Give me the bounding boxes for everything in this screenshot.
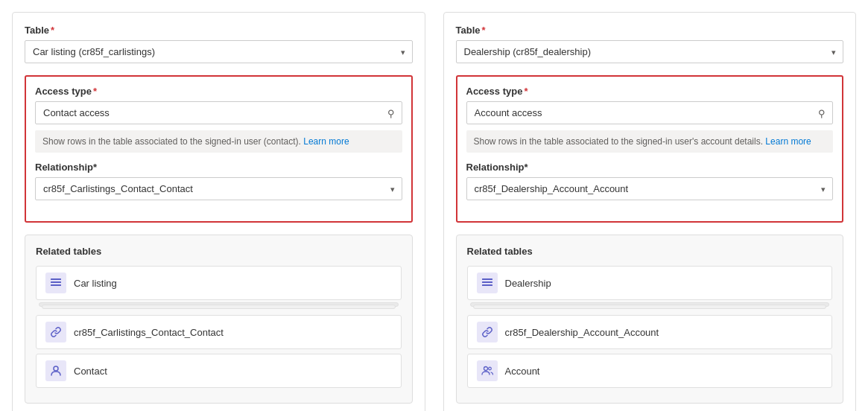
right-related-tables-title: Related tables: [467, 246, 833, 257]
right-table-select-wrapper: Dealership (cr85f_dealership) ▾: [456, 40, 844, 63]
left-access-type-search-wrapper: ⚲: [35, 101, 402, 124]
left-shadow-2: [42, 305, 396, 309]
left-relationship-label-item: cr85f_Carlistings_Contact_Contact: [74, 327, 224, 338]
svg-rect-6: [482, 284, 492, 286]
left-relationship-label: Relationship*: [35, 162, 402, 173]
left-learn-more-link[interactable]: Learn more: [303, 136, 349, 147]
left-related-tables: Related tables Car listing: [25, 235, 413, 404]
right-table-select[interactable]: Dealership (cr85f_dealership): [456, 40, 844, 63]
right-related-item-relationship[interactable]: cr85f_Dealership_Account_Account: [467, 315, 833, 349]
right-relationship-select[interactable]: cr85f_Dealership_Account_Account: [466, 177, 834, 200]
svg-point-3: [54, 366, 58, 371]
svg-rect-5: [482, 281, 492, 283]
left-info-text: Show rows in the table associated to the…: [35, 130, 402, 153]
right-access-type-input[interactable]: [466, 101, 834, 124]
right-access-type-box: Access type* ⚲ Show rows in the table as…: [456, 75, 844, 223]
right-person-account-icon: [477, 360, 498, 381]
right-account-label: Account: [505, 366, 540, 377]
svg-rect-1: [51, 281, 61, 283]
svg-rect-0: [51, 278, 61, 280]
left-person-icon: [45, 360, 66, 381]
left-table-select[interactable]: Car listing (cr85f_carlistings): [25, 40, 413, 63]
right-relationship-label: Relationship*: [466, 162, 834, 173]
left-car-listing-stack: Car listing: [36, 266, 402, 309]
left-access-type-input[interactable]: [35, 101, 402, 124]
left-access-type-label: Access type*: [35, 86, 402, 97]
right-access-type-search-wrapper: ⚲: [466, 101, 834, 124]
left-table-label: Table*: [25, 25, 413, 36]
svg-point-8: [488, 367, 491, 370]
right-related-item-account[interactable]: Account: [467, 354, 833, 388]
right-table-icon: [477, 273, 498, 293]
left-table-icon: [45, 273, 66, 293]
right-table-label: Table*: [456, 25, 844, 36]
right-dealership-stack: Dealership: [467, 266, 833, 309]
left-table-select-wrapper: Car listing (cr85f_carlistings) ▾: [25, 40, 413, 63]
left-related-item-relationship[interactable]: cr85f_Carlistings_Contact_Contact: [36, 315, 402, 349]
left-access-type-box: Access type* ⚲ Show rows in the table as…: [25, 75, 413, 223]
left-related-item-contact[interactable]: Contact: [36, 354, 402, 388]
svg-point-7: [484, 367, 487, 371]
right-access-type-label: Access type*: [466, 86, 834, 97]
right-learn-more-link[interactable]: Learn more: [765, 136, 811, 147]
right-related-item-dealership[interactable]: Dealership: [467, 266, 833, 300]
right-info-text: Show rows in the table associated to the…: [466, 130, 834, 153]
svg-rect-2: [51, 284, 61, 286]
left-car-listing-label: Car listing: [74, 278, 117, 289]
right-search-icon: ⚲: [818, 107, 826, 118]
right-link-icon: [477, 322, 498, 342]
svg-rect-4: [482, 278, 492, 280]
right-relationship-label-item: cr85f_Dealership_Account_Account: [505, 327, 659, 338]
left-related-item-car-listing[interactable]: Car listing: [36, 266, 402, 300]
left-link-icon: [45, 322, 66, 342]
left-contact-label: Contact: [74, 366, 107, 377]
main-container: Table* Car listing (cr85f_carlistings) ▾…: [12, 12, 856, 411]
right-relationship-select-wrapper: cr85f_Dealership_Account_Account ▾: [466, 177, 834, 200]
left-panel: Table* Car listing (cr85f_carlistings) ▾…: [12, 12, 425, 411]
left-relationship-select[interactable]: cr85f_Carlistings_Contact_Contact: [35, 177, 402, 200]
right-panel: Table* Dealership (cr85f_dealership) ▾ A…: [443, 12, 857, 411]
right-related-tables: Related tables Dealership: [456, 235, 844, 404]
left-related-tables-title: Related tables: [36, 246, 402, 257]
left-search-icon: ⚲: [387, 107, 395, 118]
right-dealership-label: Dealership: [505, 278, 551, 289]
left-relationship-select-wrapper: cr85f_Carlistings_Contact_Contact ▾: [35, 177, 402, 200]
right-shadow-2: [473, 305, 827, 309]
